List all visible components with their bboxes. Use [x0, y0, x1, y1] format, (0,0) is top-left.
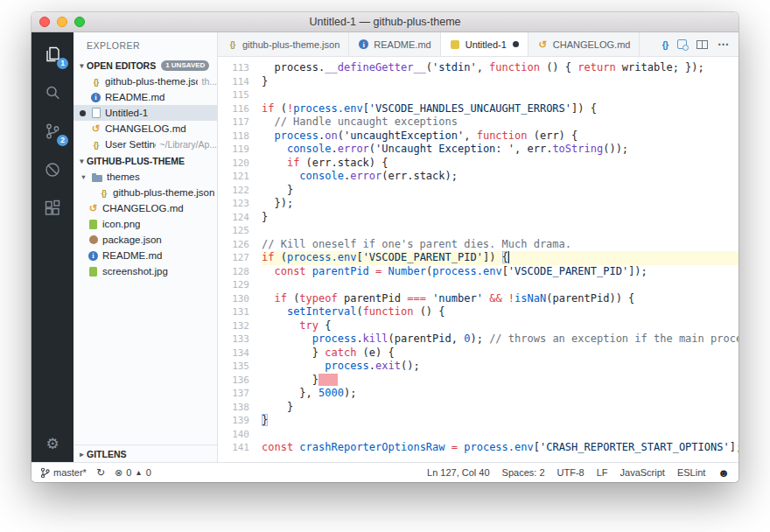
status-encoding[interactable]: UTF-8 — [557, 467, 584, 478]
code-line[interactable]: 120 if (err.stack) { — [218, 157, 738, 171]
npm-icon — [88, 234, 99, 246]
line-content: // Handle uncaught exceptions — [262, 116, 738, 130]
project-section-header[interactable]: ▾ GITHUB-PLUS-THEME — [74, 152, 217, 169]
tab-github-plus-theme-json[interactable]: github-plus-theme.json — [218, 32, 349, 56]
tree-item-package-json[interactable]: package.json — [74, 232, 217, 248]
open-editors-header[interactable]: ▾ OPEN EDITORS 1 UNSAVED — [74, 57, 217, 74]
open-editor-untitled-1[interactable]: Untitled-1 — [74, 105, 217, 121]
more-actions-icon[interactable]: ⋯ — [718, 38, 729, 51]
line-content: console.error('Uncaught Exception: ', er… — [262, 143, 738, 157]
code-line[interactable]: 141const crashReporterOptionsRaw = proce… — [218, 441, 738, 455]
status-feedback-smiley[interactable]: ☻ — [718, 466, 730, 480]
code-line[interactable]: 123 }); — [218, 197, 738, 211]
status-problems[interactable]: ⊗ 0 ▲ 0 — [115, 467, 151, 479]
titlebar[interactable]: Untitled-1 — github-plus-theme — [32, 12, 738, 32]
open-editor-github-plus-theme-json[interactable]: github-plus-theme.json th... — [74, 74, 217, 89]
code-line[interactable]: 139} — [218, 414, 738, 428]
status-branch[interactable]: master* — [40, 467, 87, 479]
zoom-window-button[interactable] — [74, 17, 85, 27]
line-number: 117 — [218, 116, 262, 130]
code-line[interactable]: 119 console.error('Uncaught Exception: '… — [218, 143, 738, 157]
tab-untitled-1[interactable]: Untitled-1 — [441, 32, 528, 56]
chevron-down-icon: ▾ — [77, 157, 87, 165]
smiley-icon: ☻ — [718, 466, 730, 480]
status-cursor-position[interactable]: Ln 127, Col 40 — [427, 467, 490, 478]
open-editor-changelog[interactable]: CHANGELOG.md — [74, 121, 217, 136]
line-content: process.kill(parentPid, 0); // throws an… — [262, 332, 738, 346]
chevron-down-icon: ▾ — [77, 61, 87, 70]
tree-item-changelog[interactable]: CHANGELOG.md — [74, 200, 217, 216]
unsaved-badge: 1 UNSAVED — [161, 60, 209, 71]
tree-item-github-plus-theme-json[interactable]: github-plus-theme.json — [74, 185, 217, 200]
code-line[interactable]: 132 try { — [218, 319, 738, 333]
chevron-down-icon: ▾ — [79, 172, 88, 181]
status-sync[interactable]: ↻ — [96, 466, 105, 479]
activity-source-control[interactable]: 2 — [32, 112, 74, 150]
tree-item-themes[interactable]: ▾ themes — [74, 169, 217, 185]
code-line[interactable]: 122 } — [218, 184, 738, 198]
line-content: } — [262, 75, 738, 89]
status-eslint[interactable]: ESLint — [677, 467, 705, 478]
open-editor-user-settings[interactable]: User Settings ~/Library/Ap... — [74, 136, 217, 152]
tree-item-readme[interactable]: README.md — [74, 248, 217, 263]
code-line[interactable]: 136 } — [218, 374, 738, 388]
code-editor[interactable]: 113 process.__defineGetter__('stdin', fu… — [218, 57, 738, 462]
status-language[interactable]: JavaScript — [620, 467, 665, 478]
code-line[interactable]: 114} — [218, 75, 738, 89]
code-line[interactable]: 129 — [218, 278, 738, 292]
activity-extensions[interactable] — [32, 189, 74, 228]
status-eol[interactable]: LF — [597, 467, 608, 478]
open-editors-label: OPEN EDITORS — [87, 60, 156, 71]
tree-item-icon-png[interactable]: icon.png — [74, 216, 217, 232]
code-line[interactable]: 127if (process.env['VSCODE_PARENT_PID'])… — [218, 251, 738, 265]
line-content — [262, 224, 738, 238]
file-label: screenshot.jpg — [102, 266, 168, 276]
code-line[interactable]: 121 console.error(err.stack); — [218, 170, 738, 184]
code-line[interactable]: 130 if (typeof parentPid === 'number' &&… — [218, 292, 738, 306]
line-number: 141 — [218, 441, 262, 455]
code-line[interactable]: 118 process.on('uncaughtException', func… — [218, 130, 738, 144]
code-line[interactable]: 116if (!process.env['VSCODE_HANDLES_UNCA… — [218, 102, 738, 116]
preview-box — [677, 39, 687, 49]
code-line[interactable]: 131 setInterval(function () { — [218, 305, 738, 319]
split-editor-icon[interactable] — [696, 40, 708, 49]
line-content: if (process.env['VSCODE_PARENT_PID']) { — [262, 251, 738, 265]
error-count: 0 — [126, 467, 131, 478]
tree-item-screenshot-jpg[interactable]: screenshot.jpg — [74, 263, 217, 279]
open-preview-icon[interactable] — [677, 39, 687, 49]
curly-braces-icon[interactable]: {} — [662, 39, 668, 50]
line-content: } — [262, 374, 738, 388]
activity-explorer[interactable]: 1 — [32, 35, 74, 74]
code-line[interactable]: 117 // Handle uncaught exceptions — [218, 116, 738, 130]
activity-debug[interactable] — [32, 150, 74, 189]
code-line[interactable]: 135 process.exit(); — [218, 360, 738, 374]
code-line[interactable]: 140 — [218, 428, 738, 442]
open-editor-readme[interactable]: README.md — [74, 89, 217, 105]
activity-search[interactable] — [32, 74, 74, 112]
code-lines: 113 process.__defineGetter__('stdin', fu… — [218, 61, 738, 455]
code-line[interactable]: 128 const parentPid = Number(process.env… — [218, 265, 738, 279]
file-label: CHANGELOG.md — [102, 203, 184, 214]
code-line[interactable]: 124} — [218, 211, 738, 225]
js-file-icon — [450, 38, 461, 50]
code-line[interactable]: 134 } catch (e) { — [218, 346, 738, 360]
code-line[interactable]: 133 process.kill(parentPid, 0); // throw… — [218, 332, 738, 346]
code-line[interactable]: 126// Kill oneself if one's parent dies.… — [218, 238, 738, 252]
settings-button[interactable]: ⚙ — [32, 425, 74, 462]
line-content: process.on('uncaughtException', function… — [262, 130, 738, 144]
code-line[interactable]: 138 } — [218, 401, 738, 415]
code-line[interactable]: 125 — [218, 224, 738, 238]
code-line[interactable]: 115 — [218, 88, 738, 102]
gitlens-section-header[interactable]: ▸ GITLENS — [74, 444, 217, 462]
tab-readme[interactable]: README.md — [349, 32, 440, 56]
line-content — [262, 428, 738, 442]
line-content: if (typeof parentPid === 'number' && !is… — [262, 292, 738, 306]
status-indentation[interactable]: Spaces: 2 — [502, 467, 545, 478]
code-line[interactable]: 113 process.__defineGetter__('stdin', fu… — [218, 61, 738, 75]
minimize-window-button[interactable] — [57, 17, 67, 27]
code-line[interactable]: 137 }, 5000); — [218, 387, 738, 401]
tab-bar: github-plus-theme.json README.md Untitle… — [218, 32, 738, 57]
tab-changelog[interactable]: CHANGELOG.md — [528, 32, 640, 56]
status-bar: master* ↻ ⊗ 0 ▲ 0 Ln 127, Col 40 Spaces:… — [32, 462, 738, 482]
close-window-button[interactable] — [39, 17, 50, 27]
